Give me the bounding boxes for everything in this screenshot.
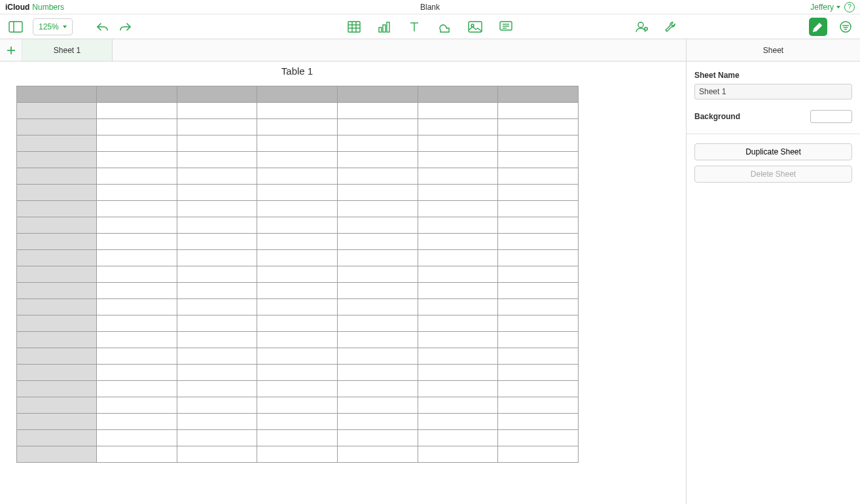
cell[interactable] (337, 119, 418, 135)
cell[interactable] (97, 201, 177, 217)
column-header[interactable] (17, 86, 97, 103)
cell[interactable] (337, 266, 418, 283)
cell[interactable] (257, 430, 338, 446)
spreadsheet-table[interactable] (16, 86, 579, 463)
cell[interactable] (498, 397, 579, 414)
cell[interactable] (337, 381, 418, 397)
numbers-app-link[interactable]: Numbers (32, 3, 64, 12)
cell[interactable] (498, 381, 579, 397)
cell[interactable] (257, 348, 338, 365)
cell[interactable] (418, 299, 498, 315)
cell[interactable] (498, 266, 579, 283)
cell[interactable] (97, 332, 177, 348)
cell[interactable] (97, 119, 177, 135)
cell[interactable] (257, 103, 338, 119)
cell[interactable] (498, 299, 579, 315)
column-header[interactable] (337, 86, 418, 103)
row-header-cell[interactable] (17, 397, 97, 414)
column-header[interactable] (257, 86, 338, 103)
row-header-cell[interactable] (17, 283, 97, 299)
cell[interactable] (177, 283, 257, 299)
cell[interactable] (97, 152, 177, 168)
cell[interactable] (498, 135, 579, 152)
document-title[interactable]: Blank (420, 3, 440, 12)
cell[interactable] (177, 201, 257, 217)
collaborate-button[interactable] (632, 18, 652, 36)
cell[interactable] (418, 365, 498, 381)
row-header-cell[interactable] (17, 299, 97, 315)
row-header-cell[interactable] (17, 185, 97, 201)
cell[interactable] (177, 397, 257, 414)
cell[interactable] (257, 119, 338, 135)
cell[interactable] (337, 234, 418, 250)
cell[interactable] (337, 446, 418, 463)
cell[interactable] (177, 365, 257, 381)
cell[interactable] (498, 103, 579, 119)
cell[interactable] (418, 348, 498, 365)
cell[interactable] (337, 414, 418, 430)
inspector-tab-sheet[interactable]: Sheet (687, 39, 860, 62)
cell[interactable] (97, 217, 177, 234)
cell[interactable] (257, 414, 338, 430)
row-header-cell[interactable] (17, 446, 97, 463)
cell[interactable] (177, 266, 257, 283)
cell[interactable] (418, 201, 498, 217)
cell[interactable] (337, 332, 418, 348)
cell[interactable] (257, 217, 338, 234)
cell[interactable] (257, 250, 338, 266)
cell[interactable] (418, 135, 498, 152)
cell[interactable] (337, 365, 418, 381)
cell[interactable] (418, 152, 498, 168)
organize-inspector-button[interactable] (836, 18, 855, 36)
cell[interactable] (418, 397, 498, 414)
duplicate-sheet-button[interactable]: Duplicate Sheet (694, 143, 852, 160)
cell[interactable] (337, 168, 418, 185)
cell[interactable] (97, 315, 177, 332)
background-color-swatch[interactable] (810, 110, 852, 123)
row-header-cell[interactable] (17, 348, 97, 365)
zoom-select[interactable]: 125% (33, 18, 73, 35)
redo-button[interactable] (116, 18, 135, 36)
insert-image-button[interactable] (465, 18, 485, 36)
row-header-cell[interactable] (17, 119, 97, 135)
cell[interactable] (177, 348, 257, 365)
row-header-cell[interactable] (17, 414, 97, 430)
row-header-cell[interactable] (17, 168, 97, 185)
canvas[interactable]: Table 1 (0, 39, 595, 489)
sheet-name-input[interactable] (694, 84, 852, 99)
cell[interactable] (177, 414, 257, 430)
insert-table-button[interactable] (345, 18, 363, 36)
cell[interactable] (418, 119, 498, 135)
toggle-sidebar-button[interactable] (5, 18, 26, 36)
row-header-cell[interactable] (17, 381, 97, 397)
cell[interactable] (97, 283, 177, 299)
cell[interactable] (498, 283, 579, 299)
cell[interactable] (337, 348, 418, 365)
cell[interactable] (498, 414, 579, 430)
cell[interactable] (177, 250, 257, 266)
table-title[interactable]: Table 1 (16, 65, 578, 77)
undo-button[interactable] (92, 18, 112, 36)
cell[interactable] (97, 381, 177, 397)
row-header-cell[interactable] (17, 234, 97, 250)
cell[interactable] (257, 135, 338, 152)
cell[interactable] (337, 201, 418, 217)
row-header-cell[interactable] (17, 430, 97, 446)
cell[interactable] (337, 397, 418, 414)
row-header-cell[interactable] (17, 332, 97, 348)
cell[interactable] (257, 446, 338, 463)
cell[interactable] (498, 250, 579, 266)
cell[interactable] (257, 365, 338, 381)
cell[interactable] (177, 332, 257, 348)
cell[interactable] (498, 332, 579, 348)
cell[interactable] (337, 135, 418, 152)
cell[interactable] (337, 152, 418, 168)
cell[interactable] (337, 430, 418, 446)
row-header-cell[interactable] (17, 217, 97, 234)
cell[interactable] (418, 414, 498, 430)
cell[interactable] (337, 185, 418, 201)
cell[interactable] (337, 250, 418, 266)
cell[interactable] (257, 185, 338, 201)
row-header-cell[interactable] (17, 315, 97, 332)
cell[interactable] (498, 348, 579, 365)
